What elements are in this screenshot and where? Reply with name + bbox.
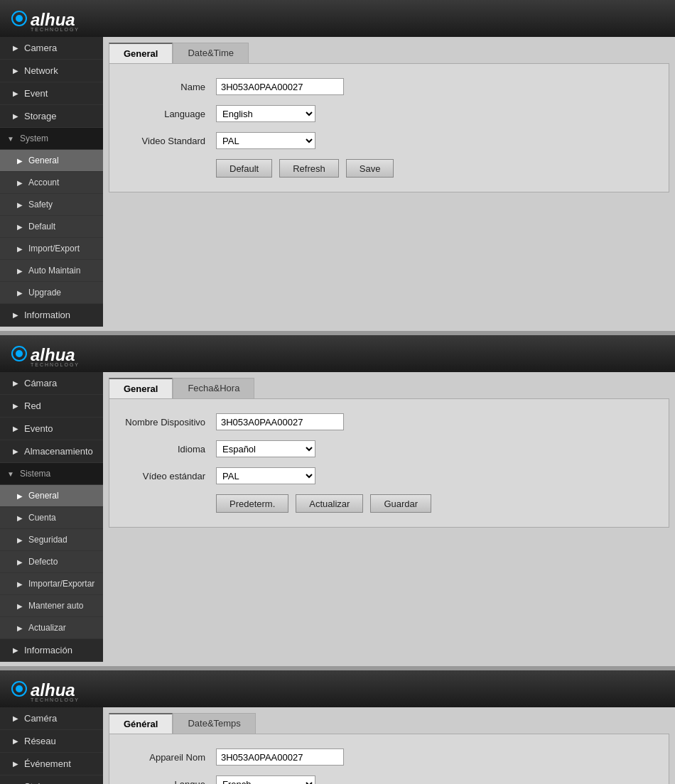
sidebar-item--v-nement[interactable]: ▶Événement xyxy=(0,753,103,775)
tab-general[interactable]: General xyxy=(109,378,173,398)
sidebar-item-default[interactable]: ▶Default xyxy=(0,216,103,238)
sidebar-item-defecto[interactable]: ▶Defecto xyxy=(0,551,103,573)
arrow-right-icon: ▶ xyxy=(13,89,18,97)
logo-icon: alhua TECHNOLOGY xyxy=(11,675,103,703)
sidebar-item-safety[interactable]: ▶Safety xyxy=(0,194,103,216)
form-row-langue: LangueFrenchEnglishSpanish xyxy=(124,775,647,784)
arrow-right-icon: ▶ xyxy=(13,737,18,745)
sidebar-item-c-mara[interactable]: ▶Cámara xyxy=(0,372,103,395)
button-row: Predeterm.ActualizarGuardar xyxy=(216,494,647,513)
logo-icon: alhua TECHNOLOGY xyxy=(11,339,103,368)
header: alhua TECHNOLOGY xyxy=(0,670,675,707)
button-default[interactable]: Default xyxy=(216,159,272,178)
button-refresh[interactable]: Refresh xyxy=(279,159,339,178)
label-nombre-dispositivo: Nombre Dispositivo xyxy=(124,417,216,428)
sidebar-item-stokage[interactable]: ▶Stokage xyxy=(0,775,103,784)
input-name[interactable] xyxy=(216,78,344,95)
select-idioma[interactable]: EspañolEnglishFrench xyxy=(216,440,315,457)
arrow-icon: ▶ xyxy=(17,580,23,588)
arrow-right-icon: ▶ xyxy=(13,714,18,722)
panel-spanish: alhua TECHNOLOGY ▶Cámara▶Red▶Evento▶Alma… xyxy=(0,335,675,662)
sidebar-item-system[interactable]: ▼Sistema xyxy=(0,463,103,485)
sidebar-item-account[interactable]: ▶Account xyxy=(0,172,103,194)
arrow-right-icon: ▶ xyxy=(13,112,18,120)
sidebar-item-system[interactable]: ▼System xyxy=(0,128,103,150)
arrow-icon: ▶ xyxy=(17,223,23,231)
tab-fecha-hora[interactable]: Fecha&Hora xyxy=(173,378,254,398)
sidebar-item-auto-maintain[interactable]: ▶Auto Maintain xyxy=(0,260,103,282)
label-idioma: Idioma xyxy=(124,444,216,454)
logo-icon: alhua TECHNOLOGY xyxy=(11,4,103,33)
sidebar-item-import-export[interactable]: ▶Import/Export xyxy=(0,238,103,260)
arrow-right-icon: ▶ xyxy=(13,44,18,52)
content-area: GeneralFecha&HoraNombre DispositivoIdiom… xyxy=(103,372,675,662)
input-nombre-dispositivo[interactable] xyxy=(216,413,344,430)
svg-text:TECHNOLOGY: TECHNOLOGY xyxy=(31,27,80,32)
arrow-right-icon: ▶ xyxy=(13,646,18,654)
sidebar-item-mantener-auto[interactable]: ▶Mantener auto xyxy=(0,595,103,617)
form-row-idioma: IdiomaEspañolEnglishFrench xyxy=(124,440,647,457)
select-langue[interactable]: FrenchEnglishSpanish xyxy=(216,775,315,784)
sidebar-item-cam-ra[interactable]: ▶Caméra xyxy=(0,707,103,730)
svg-text:alhua: alhua xyxy=(31,680,75,699)
sidebar-item-informaci-n[interactable]: ▶Información xyxy=(0,639,103,662)
content-area: GeneralDate&TimeNameLanguageEnglishSpani… xyxy=(103,37,675,327)
arrow-icon: ▶ xyxy=(17,289,23,297)
button-predeterm-[interactable]: Predeterm. xyxy=(216,494,288,513)
tab-bar: GeneralDate&Time xyxy=(109,43,669,63)
button-guardar[interactable]: Guardar xyxy=(370,494,431,513)
tab-date-time[interactable]: Date&Time xyxy=(173,43,249,63)
label-name: Name xyxy=(124,82,216,92)
arrow-icon: ▶ xyxy=(17,157,23,165)
sidebar-item-actualizar[interactable]: ▶Actualizar xyxy=(0,617,103,639)
sidebar-item-red[interactable]: ▶Red xyxy=(0,395,103,418)
button-actualizar[interactable]: Actualizar xyxy=(296,494,363,513)
select-video-standard[interactable]: PALNTSC xyxy=(216,132,315,149)
arrow-icon: ▶ xyxy=(17,624,23,632)
sidebar-item-network[interactable]: ▶Network xyxy=(0,60,103,82)
sidebar-item-r-seau[interactable]: ▶Réseau xyxy=(0,730,103,753)
sidebar-item-upgrade[interactable]: ▶Upgrade xyxy=(0,282,103,304)
arrow-icon: ▶ xyxy=(17,514,23,522)
form-panel: Nombre DispositivoIdiomaEspañolEnglishFr… xyxy=(109,398,669,528)
sidebar-item-event[interactable]: ▶Event xyxy=(0,82,103,105)
sidebar-item-importar-exportar[interactable]: ▶Importar/Exportar xyxy=(0,573,103,595)
button-save[interactable]: Save xyxy=(346,159,394,178)
label-video-standard: Video Standard xyxy=(124,136,216,146)
form-row-video-standard: Video StandardPALNTSC xyxy=(124,132,647,149)
arrow-right-icon: ▶ xyxy=(13,379,18,387)
tab-general[interactable]: General xyxy=(109,43,173,63)
tab-date-temps[interactable]: Date&Temps xyxy=(173,713,255,734)
arrow-icon: ▶ xyxy=(17,492,23,500)
form-row-appareil-nom: Appareil Nom xyxy=(124,748,647,766)
sidebar-item-seguridad[interactable]: ▶Seguridad xyxy=(0,529,103,551)
arrow-icon: ▶ xyxy=(17,536,23,544)
label-language: Language xyxy=(124,109,216,119)
sidebar-item-camera[interactable]: ▶Camera xyxy=(0,37,103,60)
select-v-deo-est-ndar[interactable]: PALNTSC xyxy=(216,467,315,484)
tab-g-n-ral[interactable]: Général xyxy=(109,713,173,734)
svg-point-9 xyxy=(16,685,23,692)
panel-french: alhua TECHNOLOGY ▶Caméra▶Réseau▶Événemen… xyxy=(0,670,675,784)
panel-english: alhua TECHNOLOGY ▶Camera▶Network▶Event▶S… xyxy=(0,0,675,327)
tab-bar: GeneralFecha&Hora xyxy=(109,378,669,398)
sidebar-item-general-active[interactable]: ▶General xyxy=(0,485,103,507)
svg-text:alhua: alhua xyxy=(31,10,75,29)
arrow-right-icon: ▶ xyxy=(13,447,18,455)
select-language[interactable]: EnglishSpanishFrench xyxy=(216,105,315,122)
sidebar-item-general-active[interactable]: ▶General xyxy=(0,150,103,172)
svg-point-5 xyxy=(16,350,23,357)
form-row-name: Name xyxy=(124,78,647,95)
arrow-right-icon: ▶ xyxy=(13,402,18,410)
sidebar-item-storage[interactable]: ▶Storage xyxy=(0,105,103,128)
arrow-icon: ▶ xyxy=(17,267,23,275)
sidebar-item-information[interactable]: ▶Information xyxy=(0,304,103,327)
sidebar-item-almacenamiento[interactable]: ▶Almacenamiento xyxy=(0,440,103,463)
form-panel: Appareil NomLangueFrenchEnglishSpanishVi… xyxy=(109,734,669,784)
form-row-v-deo-est-ndar: Vídeo estándarPALNTSC xyxy=(124,467,647,484)
svg-text:TECHNOLOGY: TECHNOLOGY xyxy=(31,362,80,367)
arrow-down-icon: ▼ xyxy=(7,135,14,143)
input-appareil-nom[interactable] xyxy=(216,748,344,766)
sidebar-item-evento[interactable]: ▶Evento xyxy=(0,418,103,440)
sidebar-item-cuenta[interactable]: ▶Cuenta xyxy=(0,507,103,529)
